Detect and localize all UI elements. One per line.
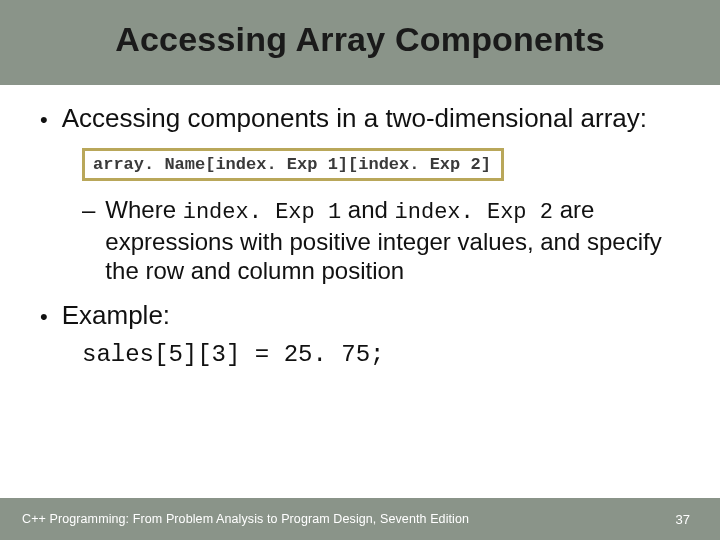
- example-label: Example:: [62, 300, 170, 331]
- sub-pre: Where: [105, 196, 182, 223]
- bullet-sub: – Where index. Exp 1 and index. Exp 2 ar…: [82, 195, 680, 285]
- syntax-box-wrap: array. Name[index. Exp 1][index. Exp 2]: [82, 148, 680, 181]
- bullet-sub-text: Where index. Exp 1 and index. Exp 2 are …: [105, 195, 680, 285]
- bullet-dot-icon: •: [40, 107, 48, 134]
- syntax-box: array. Name[index. Exp 1][index. Exp 2]: [82, 148, 504, 181]
- slide: Accessing Array Components • Accessing c…: [0, 0, 720, 540]
- sub-code2: index. Exp 2: [395, 200, 553, 225]
- bullet-example: • Example:: [40, 300, 680, 331]
- page-number: 37: [676, 512, 690, 527]
- bullet-intro-text: Accessing components in a two-dimensiona…: [62, 103, 680, 134]
- sub-mid: and: [341, 196, 394, 223]
- sub-code1: index. Exp 1: [183, 200, 341, 225]
- example-code: sales[5][3] = 25. 75;: [82, 341, 680, 368]
- footer-bar: C++ Programming: From Problem Analysis t…: [0, 498, 720, 540]
- bullet-dot-icon: •: [40, 304, 48, 331]
- title-bar: Accessing Array Components: [0, 0, 720, 85]
- slide-title: Accessing Array Components: [0, 20, 720, 59]
- slide-content: • Accessing components in a two-dimensio…: [0, 85, 720, 368]
- dash-icon: –: [82, 195, 95, 285]
- bullet-intro: • Accessing components in a two-dimensio…: [40, 103, 680, 134]
- footer-text: C++ Programming: From Problem Analysis t…: [22, 512, 469, 526]
